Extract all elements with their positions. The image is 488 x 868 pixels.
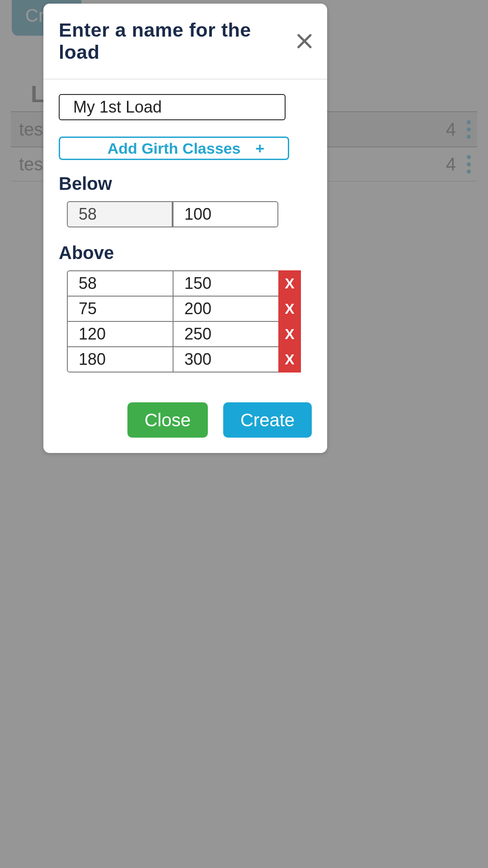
add-girth-label: Add Girth Classes [108,140,241,157]
close-button[interactable]: Close [127,402,208,438]
table-row: X [67,296,312,322]
above-threshold-input[interactable] [67,296,174,322]
below-label: Below [59,174,312,194]
table-row: X [67,346,312,373]
plus-icon: + [255,140,264,157]
below-threshold: 58 [67,201,173,227]
below-value-input[interactable] [173,201,278,227]
delete-row-button[interactable]: X [278,321,301,347]
modal-overlay: Enter a name for the load Add Girth Clas… [0,0,488,868]
delete-row-button[interactable]: X [278,346,301,373]
above-value-input[interactable] [173,321,279,347]
above-value-input[interactable] [173,346,279,373]
create-button[interactable]: Create [223,402,312,438]
modal-header: Enter a name for the load [43,4,327,80]
above-threshold-input[interactable] [67,321,174,347]
modal-title: Enter a name for the load [59,19,296,63]
above-threshold-input[interactable] [67,270,174,297]
load-name-modal: Enter a name for the load Add Girth Clas… [43,4,327,453]
above-label: Above [59,243,312,263]
modal-footer: Close Create [43,385,327,453]
above-rows: X X X X [67,270,312,373]
close-icon[interactable] [296,32,314,50]
add-girth-classes-button[interactable]: Add Girth Classes + [59,137,289,160]
above-value-input[interactable] [173,296,279,322]
load-name-input[interactable] [59,94,286,120]
above-threshold-input[interactable] [67,346,174,373]
delete-row-button[interactable]: X [278,296,301,322]
above-value-input[interactable] [173,270,279,297]
below-row: 58 [67,201,312,227]
table-row: X [67,270,312,297]
modal-body: Add Girth Classes + Below 58 Above X [43,80,327,385]
delete-row-button[interactable]: X [278,270,301,297]
table-row: X [67,321,312,347]
